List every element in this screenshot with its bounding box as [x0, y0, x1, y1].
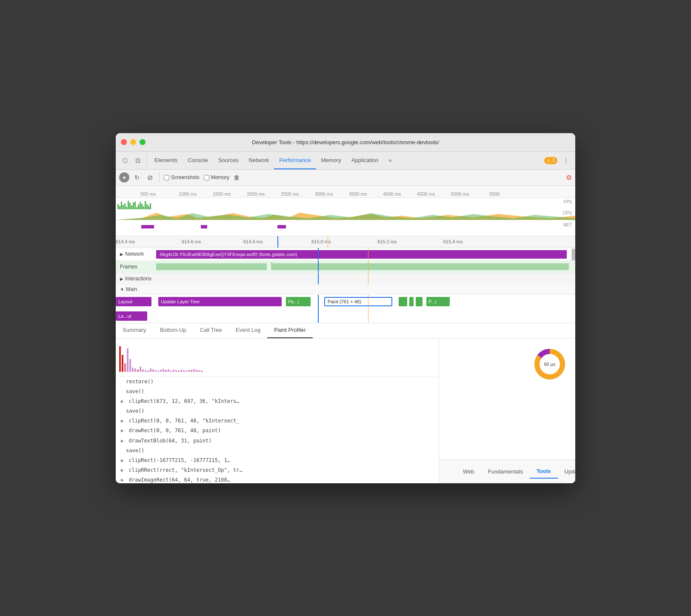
cmd-drawtextblob-1[interactable]: ▶ drawTextBlob(64, 31, paint): [116, 436, 439, 446]
toolbar-right: ⚠ 2 ⋮: [544, 154, 572, 166]
main-label: Main: [126, 286, 137, 292]
tab-more[interactable]: »: [383, 151, 397, 169]
cmd-save-3[interactable]: save(): [116, 446, 439, 456]
frame-block-1: [156, 263, 267, 270]
warning-icon: ⚠: [547, 158, 551, 163]
nav-update[interactable]: Update: [558, 465, 575, 478]
tab-memory[interactable]: Memory: [316, 151, 346, 169]
minimize-button[interactable]: [130, 139, 136, 145]
bar-20: [168, 369, 169, 372]
donut-chart: 60 μs: [533, 347, 567, 381]
cmd-drawimagerect[interactable]: ▶ drawImageRect(64, 64, true, 2188…: [116, 475, 439, 483]
nav-fundamentals[interactable]: Fundamentals: [481, 465, 530, 478]
tab-bottom-up[interactable]: Bottom-Up: [153, 323, 193, 338]
settings-icon[interactable]: ⚙: [566, 174, 572, 181]
tab-event-log[interactable]: Event Log: [229, 323, 268, 338]
cmd-save-1[interactable]: save(): [116, 387, 439, 396]
cmd-cliprect-2[interactable]: ▶ clipRect(0, 0, 761, 48, "kIntersect_: [116, 416, 439, 426]
perf-separator: [159, 172, 160, 183]
bar-25: [180, 370, 182, 372]
cursor-icon[interactable]: ⬡: [119, 154, 131, 166]
layout-small-block[interactable]: La...ut: [116, 311, 147, 321]
paint-outlined-block[interactable]: Paint (761 × 48): [324, 297, 392, 306]
expand-icon-2: ▶: [121, 418, 124, 424]
mark-5000ms: 5000 ms: [451, 191, 469, 197]
cmd-cliprect-1[interactable]: ▶ clipRect(673, 12, 697, 36, "kInters…: [116, 396, 439, 406]
nav-web[interactable]: Web: [456, 465, 481, 478]
tab-sources[interactable]: Sources: [213, 151, 244, 169]
tab-network[interactable]: Network: [244, 151, 274, 169]
scrollbar-thumb[interactable]: [572, 249, 575, 260]
main-section-header: ▼ Main: [116, 285, 575, 295]
scrollbar[interactable]: [571, 248, 575, 260]
memory-checkbox[interactable]: [204, 175, 209, 180]
network-track-label: ▶ Network: [116, 251, 156, 257]
reload-button[interactable]: ↻: [132, 172, 142, 183]
cmd-cliprrect[interactable]: ▶ clipRRect(rrect, "kIntersect_Op", tr…: [116, 465, 439, 475]
toolbar-separator: [146, 155, 147, 165]
bar-18: [163, 369, 164, 372]
time-ruler-detail: 614.4 ms 614.6 ms 614.8 ms 615.0 ms 615.…: [116, 236, 575, 248]
network-track-row: ▶ Network S6g4U3t-Y5UEw0IE80IlgEseQY3FEm…: [116, 248, 575, 261]
reload-icon: ↻: [134, 174, 140, 181]
trash-icon[interactable]: 🗑: [234, 174, 240, 181]
screenshots-checkbox[interactable]: [164, 175, 169, 180]
int-marker: [368, 274, 368, 284]
net-track: [116, 223, 575, 231]
paint-small-label-2: P...): [428, 299, 437, 304]
maximize-button[interactable]: [140, 139, 146, 145]
nav-tools[interactable]: Tools: [530, 465, 558, 479]
more-options-icon[interactable]: ⋮: [560, 154, 572, 166]
frames-track-row: Frames 14.8 ms: [116, 261, 575, 274]
main-toolbar: ⬡ ⊡ Elements Console Sources Network Per…: [116, 152, 575, 170]
paint-small-block-2[interactable]: P...): [426, 297, 450, 306]
memory-checkbox-label[interactable]: Memory: [204, 174, 229, 180]
tab-paint-profiler[interactable]: Paint Profiler: [267, 323, 312, 338]
screenshots-checkbox-label[interactable]: Screenshots: [164, 174, 200, 180]
cmd-cliprect-3[interactable]: ▶ clipRect(-16777215, -16777215, 1…: [116, 456, 439, 465]
expand-arrow-icon[interactable]: ▶: [120, 252, 123, 257]
close-button[interactable]: [121, 139, 127, 145]
bar-2: [122, 355, 123, 372]
main-expand-icon[interactable]: ▼: [120, 287, 124, 292]
cmd-save-2[interactable]: save(): [116, 406, 439, 416]
titlebar: Developer Tools - https://developers.goo…: [116, 133, 575, 152]
main-tabs: Elements Console Sources Network Perform…: [149, 151, 543, 169]
cmd-drawrect[interactable]: ▶ drawRect(0, 0, 761, 48, paint): [116, 426, 439, 436]
network-bar[interactable]: S6g4U3t-Y5UEw0IE80IlgEseQY3FEmqw.woff2 (…: [156, 250, 567, 259]
cmd-restore-1[interactable]: restore(): [116, 377, 439, 387]
paint-small-block-1[interactable]: Pa...): [286, 297, 311, 306]
record-button[interactable]: ●: [119, 172, 129, 183]
warning-badge[interactable]: ⚠ 2: [544, 157, 557, 164]
timeline-marker: [328, 236, 328, 248]
frame-block-2: [271, 263, 569, 270]
timeline-tracks[interactable]: FPS CPU NET: [116, 198, 575, 236]
tab-application[interactable]: Application: [346, 151, 384, 169]
clear-button[interactable]: ⊘: [145, 172, 155, 183]
tab-call-tree[interactable]: Call Tree: [193, 323, 229, 338]
expand-icon-4: ▶: [121, 438, 124, 444]
interactions-track-row: ▶ Interactions: [116, 274, 575, 285]
interactions-expand-icon[interactable]: ▶: [120, 277, 123, 281]
network-track-content[interactable]: S6g4U3t-Y5UEw0IE80IlgEseQY3FEmqw.woff2 (…: [156, 248, 575, 260]
tab-elements[interactable]: Elements: [149, 151, 183, 169]
mark-500ms: 500 ms: [140, 191, 156, 197]
update-layer-tree-block[interactable]: Update Layer Tree: [158, 297, 282, 306]
device-toggle-icon[interactable]: ⊡: [132, 154, 144, 166]
mark-1000ms: 1000 ms: [179, 191, 197, 197]
expand-icon-5: ▶: [121, 457, 124, 463]
frames-track-content[interactable]: 14.8 ms: [156, 261, 575, 273]
perf-toolbar: ● ↻ ⊘ Screenshots Memory 🗑 ⚙: [116, 170, 575, 186]
tab-summary[interactable]: Summary: [116, 323, 153, 338]
perf-checkboxes: Screenshots Memory: [164, 174, 229, 180]
tab-console[interactable]: Console: [183, 151, 213, 169]
bar-22: [173, 370, 174, 372]
bar-3: [124, 363, 126, 372]
mark-1500ms: 1500 ms: [213, 191, 231, 197]
tab-performance[interactable]: Performance: [274, 151, 316, 169]
interactions-content[interactable]: [156, 274, 575, 284]
bar-23: [175, 370, 177, 372]
green-block-2: [409, 297, 414, 306]
mark-2000ms: 2000 ms: [247, 191, 265, 197]
layout-block[interactable]: Layout: [116, 297, 151, 306]
